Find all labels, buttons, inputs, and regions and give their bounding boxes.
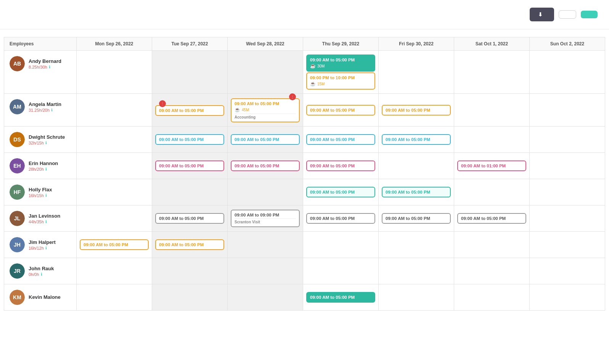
day-cell-jim-fri[interactable] bbox=[379, 232, 454, 258]
day-cell-jim-tue[interactable]: 09:00 AM to 05:00 PM bbox=[152, 232, 228, 258]
shift-card[interactable]: 09:00 AM to 05:00 PM bbox=[155, 213, 224, 224]
day-cell-john-tue[interactable] bbox=[152, 258, 228, 284]
shift-card[interactable]: 09:00 AM to 05:00 PM bbox=[80, 239, 149, 250]
day-cell-erin-sat[interactable]: 09:00 AM to 01:00 PM bbox=[454, 153, 530, 179]
shift-card[interactable]: 09:00 AM to 05:00 PM bbox=[382, 213, 451, 224]
day-cell-john-mon[interactable] bbox=[77, 258, 152, 284]
day-cell-kevin-wed[interactable] bbox=[228, 284, 303, 311]
day-cell-angela-mon[interactable] bbox=[77, 94, 152, 127]
info-icon: ℹ bbox=[45, 246, 47, 250]
shift-card[interactable]: 09:00 AM to 05:00 PM bbox=[382, 105, 451, 115]
day-cell-andy-wed[interactable] bbox=[228, 51, 303, 94]
day-cell-john-sat[interactable] bbox=[454, 258, 530, 284]
day-cell-jan-wed[interactable]: 09:00 AM to 09:00 PMScranton Visit bbox=[228, 205, 303, 232]
day-cell-jim-mon[interactable]: 09:00 AM to 05:00 PM bbox=[77, 232, 152, 258]
day-cell-angela-sat[interactable] bbox=[454, 94, 530, 127]
day-cell-jan-sun[interactable] bbox=[530, 205, 605, 232]
day-cell-angela-sun[interactable] bbox=[530, 94, 605, 127]
shift-time: 09:00 AM to 05:00 PM bbox=[386, 190, 447, 194]
day-cell-andy-tue[interactable] bbox=[152, 51, 228, 94]
day-cell-jim-sat[interactable] bbox=[454, 232, 530, 258]
day-cell-jan-fri[interactable]: 09:00 AM to 05:00 PM bbox=[379, 205, 454, 232]
employee-hours: 8.25h/30h ℹ bbox=[29, 65, 61, 69]
publish-rota-button[interactable] bbox=[581, 11, 598, 18]
day-cell-kevin-sun[interactable] bbox=[530, 284, 605, 311]
day-cell-dwight-fri[interactable]: 09:00 AM to 05:00 PM bbox=[379, 127, 454, 153]
day-cell-dwight-wed[interactable]: 09:00 AM to 05:00 PM bbox=[228, 127, 303, 153]
employee-name: Holly Flax bbox=[29, 187, 52, 192]
export-button[interactable]: ⬇ bbox=[530, 8, 554, 21]
day-cell-john-thu[interactable] bbox=[303, 258, 379, 284]
day-cell-dwight-mon[interactable] bbox=[77, 127, 152, 153]
day-cell-kevin-tue[interactable] bbox=[152, 284, 228, 311]
day-cell-kevin-fri[interactable] bbox=[379, 284, 454, 311]
day-cell-erin-mon[interactable] bbox=[77, 153, 152, 179]
day-cell-dwight-tue[interactable]: 09:00 AM to 05:00 PM bbox=[152, 127, 228, 153]
day-cell-holly-thu[interactable]: 09:00 AM to 05:00 PM bbox=[303, 179, 379, 205]
day-cell-angela-wed[interactable]: ⋮09:00 AM to 05:00 PM☕45MAccounting bbox=[228, 94, 303, 127]
day-cell-jan-tue[interactable]: 09:00 AM to 05:00 PM bbox=[152, 205, 228, 232]
day-cell-angela-tue[interactable]: ⋮09:00 AM to 05:00 PM bbox=[152, 94, 228, 127]
shift-card[interactable]: 09:00 AM to 05:00 PM bbox=[155, 134, 224, 145]
shift-card[interactable]: 09:00 AM to 05:00 PM bbox=[306, 105, 375, 115]
day-cell-jim-sun[interactable] bbox=[530, 232, 605, 258]
shift-time: 09:00 AM to 05:00 PM bbox=[310, 216, 371, 221]
table-row: KMKevin Malone09:00 AM to 05:00 PM bbox=[4, 284, 605, 311]
day-cell-john-sun[interactable] bbox=[530, 258, 605, 284]
day-cell-jan-sat[interactable]: 09:00 AM to 05:00 PM bbox=[454, 205, 530, 232]
day-cell-john-fri[interactable] bbox=[379, 258, 454, 284]
shift-card[interactable]: 09:00 AM to 05:00 PM bbox=[382, 134, 451, 145]
day-cell-dwight-sat[interactable] bbox=[454, 127, 530, 153]
drag-handle-right[interactable]: ⋮ bbox=[289, 93, 296, 100]
shift-card[interactable]: 09:00 AM to 05:00 PM bbox=[306, 134, 375, 145]
day-cell-andy-sun[interactable] bbox=[530, 51, 605, 94]
day-cell-holly-fri[interactable]: 09:00 AM to 05:00 PM bbox=[379, 179, 454, 205]
shift-card[interactable]: 09:00 AM to 05:00 PM bbox=[155, 239, 224, 250]
day-cell-holly-mon[interactable] bbox=[77, 179, 152, 205]
shift-card[interactable]: 09:00 AM to 05:00 PM bbox=[457, 213, 526, 224]
shift-card[interactable]: 09:00 AM to 05:00 PM bbox=[306, 187, 375, 197]
day-cell-holly-wed[interactable] bbox=[228, 179, 303, 205]
day-cell-erin-fri[interactable] bbox=[379, 153, 454, 179]
copy-week-button[interactable] bbox=[559, 10, 576, 19]
day-cell-erin-sun[interactable] bbox=[530, 153, 605, 179]
column-header-fri: Fri Sep 30, 2022 bbox=[379, 37, 454, 51]
shift-card[interactable]: 09:00 AM to 05:00 PM☕45MAccounting bbox=[231, 98, 300, 122]
day-cell-dwight-sun[interactable] bbox=[530, 127, 605, 153]
day-cell-jan-thu[interactable]: 09:00 AM to 05:00 PM bbox=[303, 205, 379, 232]
shift-card[interactable]: 09:00 AM to 05:00 PM bbox=[231, 160, 300, 171]
shift-card[interactable]: 09:00 AM to 05:00 PM bbox=[306, 160, 375, 171]
shift-card[interactable]: 09:00 AM to 09:00 PMScranton Visit bbox=[231, 210, 300, 227]
shift-card[interactable]: 09:00 AM to 01:00 PM bbox=[457, 160, 526, 171]
day-cell-john-wed[interactable] bbox=[228, 258, 303, 284]
day-cell-dwight-thu[interactable]: 09:00 AM to 05:00 PM bbox=[303, 127, 379, 153]
day-cell-jim-thu[interactable] bbox=[303, 232, 379, 258]
day-cell-andy-mon[interactable] bbox=[77, 51, 152, 94]
day-cell-andy-sat[interactable] bbox=[454, 51, 530, 94]
day-cell-angela-thu[interactable]: 09:00 AM to 05:00 PM bbox=[303, 94, 379, 127]
shift-card[interactable]: 09:00 AM to 05:00 PM bbox=[382, 187, 451, 197]
day-cell-kevin-sat[interactable] bbox=[454, 284, 530, 311]
shift-card[interactable]: 09:00 PM to 10:00 PM☕15M bbox=[306, 72, 375, 90]
day-cell-holly-sun[interactable] bbox=[530, 179, 605, 205]
shift-card[interactable]: 09:00 AM to 05:00 PM bbox=[155, 160, 224, 171]
shift-card[interactable]: 09:00 AM to 05:00 PM☕30M bbox=[306, 55, 375, 72]
shift-card[interactable]: 09:00 AM to 05:00 PM bbox=[155, 105, 224, 116]
drag-handle-left[interactable]: ⋮ bbox=[159, 100, 166, 107]
day-cell-jan-mon[interactable] bbox=[77, 205, 152, 232]
day-cell-jim-wed[interactable] bbox=[228, 232, 303, 258]
day-cell-andy-fri[interactable] bbox=[379, 51, 454, 94]
shift-card[interactable]: 09:00 AM to 05:00 PM bbox=[231, 134, 300, 145]
day-cell-angela-fri[interactable]: 09:00 AM to 05:00 PM bbox=[379, 94, 454, 127]
day-cell-kevin-thu[interactable]: 09:00 AM to 05:00 PM bbox=[303, 284, 379, 311]
shift-card[interactable]: 09:00 AM to 05:00 PM bbox=[306, 213, 375, 224]
day-cell-holly-sat[interactable] bbox=[454, 179, 530, 205]
day-cell-erin-thu[interactable]: 09:00 AM to 05:00 PM bbox=[303, 153, 379, 179]
day-cell-kevin-mon[interactable] bbox=[77, 284, 152, 311]
day-cell-andy-thu[interactable]: 09:00 AM to 05:00 PM☕30M09:00 PM to 10:0… bbox=[303, 51, 379, 94]
day-cell-erin-wed[interactable]: 09:00 AM to 05:00 PM bbox=[228, 153, 303, 179]
column-header-thu: Thu Sep 29, 2022 bbox=[303, 37, 379, 51]
shift-card[interactable]: 09:00 AM to 05:00 PM bbox=[306, 292, 375, 303]
day-cell-erin-tue[interactable]: 09:00 AM to 05:00 PM bbox=[152, 153, 228, 179]
day-cell-holly-tue[interactable] bbox=[152, 179, 228, 205]
